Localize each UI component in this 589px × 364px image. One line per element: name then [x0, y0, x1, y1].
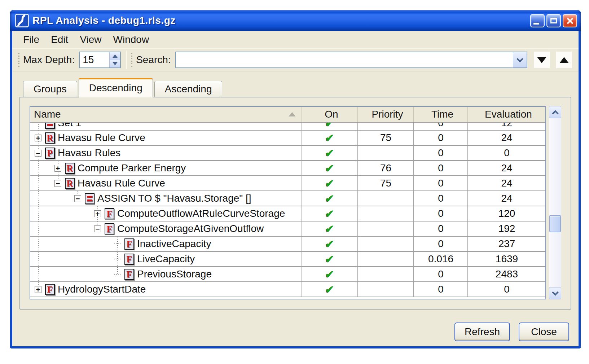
table-row[interactable]: +RCompute Parker Energy✔76024	[30, 161, 545, 176]
time-value: 0	[438, 268, 444, 280]
priority-cell	[357, 123, 413, 131]
title-bar[interactable]: RPL Analysis - debug1.rls.gz	[10, 10, 581, 31]
evaluation-cell: 24	[467, 161, 545, 175]
tree-node-name-cell: +RCompute Parker Energy	[30, 161, 302, 175]
priority-cell	[357, 267, 413, 281]
tree-node-name-cell: FPreviousStorage	[30, 267, 302, 281]
refresh-button[interactable]: Refresh	[454, 323, 510, 341]
column-header-on[interactable]: On	[302, 107, 357, 122]
scrollbar-track[interactable]	[549, 118, 561, 287]
max-depth-label: Max Depth:	[23, 54, 75, 66]
tab-groups[interactable]: Groups	[23, 81, 77, 97]
search-combobox	[175, 52, 527, 68]
tree-collapse-button[interactable]: −	[74, 195, 81, 202]
tab-label: Descending	[89, 82, 142, 94]
table-row[interactable]: −FComputeStorageAtGivenOutflow✔0192	[30, 222, 545, 237]
priority-cell: 76	[357, 161, 413, 175]
rule-icon: R	[65, 163, 75, 174]
priority-cell	[357, 237, 413, 251]
time-cell: 0	[413, 131, 467, 145]
on-checkmark-icon: ✔	[325, 148, 335, 159]
spin-up-icon	[113, 54, 118, 58]
table-row[interactable]: Set 1✔012	[30, 123, 545, 131]
toolbar-drag-handle[interactable]	[131, 53, 132, 67]
column-header-evaluation[interactable]: Evaluation	[467, 107, 545, 122]
tree-branch-connector	[114, 271, 121, 278]
scroll-down-button[interactable]	[549, 287, 561, 299]
policy-group-icon: P	[45, 148, 55, 159]
evaluation-value: 237	[498, 238, 515, 250]
toolbar-drag-handle[interactable]	[18, 53, 19, 67]
on-checkmark-icon: ✔	[325, 223, 335, 234]
spin-down-button[interactable]	[110, 60, 120, 68]
table-row[interactable]: −RHavasu Rule Curve✔75024	[30, 176, 545, 191]
search-next-button[interactable]	[534, 52, 550, 68]
tree-collapse-button[interactable]: −	[35, 150, 41, 157]
time-value: 0	[438, 132, 444, 144]
search-toolbar-group: Search:	[128, 49, 576, 71]
scroll-up-button[interactable]	[549, 106, 561, 118]
evaluation-value: 0	[504, 147, 510, 159]
tree-expand-button[interactable]: +	[94, 210, 101, 217]
scrollbar-thumb[interactable]	[549, 215, 561, 232]
table-row[interactable]: +RHavasu Rule Curve✔75024	[30, 131, 545, 146]
menu-bar: FileEditViewWindow	[12, 31, 579, 48]
tree-node-label: Compute Parker Energy	[78, 162, 186, 174]
evaluation-cell: 0	[467, 146, 545, 160]
tree-branch-connector	[114, 256, 121, 263]
search-input[interactable]	[176, 52, 513, 67]
tree-expand-button[interactable]: +	[35, 286, 41, 293]
table-row[interactable]: FLiveCapacity✔0.0161639	[30, 252, 545, 267]
evaluation-cell: 24	[467, 176, 545, 190]
column-header-priority[interactable]: Priority	[357, 107, 413, 122]
maximize-icon	[550, 18, 557, 23]
tab-ascending[interactable]: Ascending	[154, 81, 223, 97]
tree-node-label: ComputeStorageAtGivenOutflow	[117, 223, 264, 234]
time-value: 0	[438, 284, 444, 295]
tree-expand-button[interactable]: +	[54, 165, 61, 172]
menu-file[interactable]: File	[17, 32, 45, 47]
menu-view[interactable]: View	[74, 32, 107, 47]
tree-collapse-button[interactable]: −	[54, 180, 61, 187]
tree-node-name-cell: −PHavasu Rules	[30, 146, 302, 160]
search-dropdown-button[interactable]	[513, 52, 527, 67]
function-icon: F	[105, 208, 114, 219]
tree-expand-button[interactable]: +	[35, 135, 41, 141]
on-cell: ✔	[302, 222, 357, 236]
minimize-button[interactable]	[530, 14, 545, 27]
evaluation-cell: 12	[467, 123, 545, 131]
priority-cell: 75	[357, 131, 413, 145]
table-row[interactable]: −ASSIGN TO $ "Havasu.Storage" []✔024	[30, 191, 545, 206]
spin-up-button[interactable]	[110, 52, 120, 60]
time-cell: 0	[413, 222, 467, 236]
menu-window[interactable]: Window	[107, 32, 155, 47]
close-button[interactable]: Close	[519, 323, 569, 341]
tree-node-label: PreviousStorage	[137, 268, 212, 280]
column-header-time[interactable]: Time	[413, 107, 467, 122]
time-value: 0	[438, 147, 444, 159]
tree-branch-connector	[114, 241, 121, 247]
evaluation-value: 24	[501, 162, 512, 174]
on-cell: ✔	[302, 176, 357, 190]
table-row[interactable]: FInactiveCapacity✔0237	[30, 237, 545, 252]
evaluation-value: 120	[498, 208, 515, 219]
footer-button-row: Refresh Close	[19, 323, 571, 341]
maximize-button[interactable]	[546, 14, 561, 27]
table-row[interactable]: FPreviousStorage✔02483	[30, 267, 545, 282]
menu-edit[interactable]: Edit	[45, 32, 74, 47]
search-previous-button[interactable]	[556, 52, 572, 68]
table-row[interactable]: −PHavasu Rules✔00	[30, 146, 545, 161]
tab-descending[interactable]: Descending	[79, 78, 153, 97]
tab-bar: GroupsDescendingAscending	[19, 77, 571, 97]
table-row[interactable]: +FComputeOutflowAtRuleCurveStorage✔0120	[30, 206, 545, 222]
sort-ascending-icon	[289, 112, 296, 117]
column-header-name[interactable]: Name	[30, 107, 302, 122]
minimize-icon	[533, 23, 539, 25]
close-window-button[interactable]	[563, 14, 577, 27]
on-cell: ✔	[302, 252, 357, 266]
table-row[interactable]: +FHydrologyStartDate✔00	[30, 282, 545, 297]
on-checkmark-icon: ✔	[325, 254, 335, 265]
tree-node-label: Havasu Rule Curve	[58, 132, 145, 144]
max-depth-input[interactable]	[80, 52, 109, 67]
tree-collapse-button[interactable]: −	[94, 225, 101, 232]
